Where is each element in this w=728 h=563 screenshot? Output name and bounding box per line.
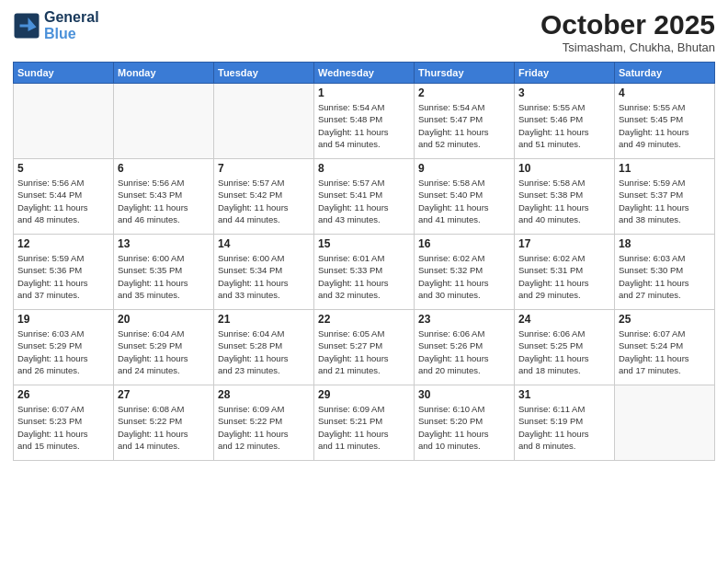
day-cell: 7Sunrise: 5:57 AMSunset: 5:42 PMDaylight… <box>214 159 314 235</box>
day-info-line: and 33 minutes. <box>218 289 310 301</box>
day-info-line: and 26 minutes. <box>17 364 109 376</box>
day-info-line: Sunrise: 5:57 AM <box>318 177 410 189</box>
day-info-line: Sunset: 5:24 PM <box>619 339 711 351</box>
day-info-line: Daylight: 11 hours <box>17 352 109 364</box>
day-info-line: Daylight: 11 hours <box>17 201 109 213</box>
day-info-line: Sunrise: 6:01 AM <box>318 252 410 264</box>
day-cell: 26Sunrise: 6:07 AMSunset: 5:23 PMDayligh… <box>14 385 114 461</box>
day-info: Sunrise: 6:01 AMSunset: 5:33 PMDaylight:… <box>318 252 410 301</box>
day-info: Sunrise: 5:59 AMSunset: 5:37 PMDaylight:… <box>619 177 711 225</box>
day-info-line: Daylight: 11 hours <box>518 126 610 138</box>
day-info-line: Daylight: 11 hours <box>318 277 410 289</box>
day-info-line: Sunrise: 6:06 AM <box>518 327 610 339</box>
day-info-line: Sunrise: 6:07 AM <box>17 403 109 415</box>
day-info-line: Sunset: 5:41 PM <box>318 189 410 201</box>
day-info-line: Sunset: 5:21 PM <box>318 415 410 427</box>
page: General Blue October 2025 Tsimasham, Chu… <box>0 0 728 563</box>
day-info-line: Sunrise: 5:56 AM <box>17 177 109 189</box>
day-cell: 25Sunrise: 6:07 AMSunset: 5:24 PMDayligh… <box>615 310 715 385</box>
day-info-line: Daylight: 11 hours <box>17 277 109 289</box>
day-cell <box>214 84 314 159</box>
day-cell: 4Sunrise: 5:55 AMSunset: 5:45 PMDaylight… <box>615 84 715 159</box>
day-info-line: Sunset: 5:43 PM <box>118 189 210 201</box>
day-info-line: Sunrise: 6:10 AM <box>418 403 510 415</box>
day-number: 10 <box>518 162 610 175</box>
day-number: 24 <box>518 313 610 326</box>
day-info-line: Sunset: 5:40 PM <box>418 189 510 201</box>
day-info: Sunrise: 6:06 AMSunset: 5:25 PMDaylight:… <box>518 327 610 376</box>
day-info-line: Sunrise: 6:08 AM <box>118 403 210 415</box>
day-number: 17 <box>518 237 610 250</box>
day-number: 13 <box>118 237 210 250</box>
day-info-line: Sunset: 5:20 PM <box>418 415 510 427</box>
day-cell: 31Sunrise: 6:11 AMSunset: 5:19 PMDayligh… <box>515 385 615 461</box>
day-info-line: Sunset: 5:30 PM <box>619 264 711 276</box>
day-header-friday: Friday <box>515 63 615 84</box>
day-cell: 8Sunrise: 5:57 AMSunset: 5:41 PMDaylight… <box>314 159 415 235</box>
day-info-line: Sunset: 5:44 PM <box>17 189 109 201</box>
day-info: Sunrise: 6:10 AMSunset: 5:20 PMDaylight:… <box>418 403 510 452</box>
day-info-line: Sunrise: 5:54 AM <box>318 101 410 113</box>
day-info: Sunrise: 5:56 AMSunset: 5:44 PMDaylight:… <box>17 177 109 225</box>
title-section: October 2025 Tsimasham, Chukha, Bhutan <box>540 9 715 54</box>
day-header-tuesday: Tuesday <box>214 63 314 84</box>
day-info: Sunrise: 5:57 AMSunset: 5:42 PMDaylight:… <box>218 177 310 225</box>
day-info-line: Daylight: 11 hours <box>518 428 610 440</box>
day-info-line: Sunset: 5:46 PM <box>518 113 610 125</box>
day-number: 30 <box>418 388 510 401</box>
day-info-line: Sunrise: 5:59 AM <box>17 252 109 264</box>
day-info-line: Sunset: 5:36 PM <box>17 264 109 276</box>
day-cell: 22Sunrise: 6:05 AMSunset: 5:27 PMDayligh… <box>314 310 415 385</box>
day-info-line: and 10 minutes. <box>418 440 510 452</box>
day-info-line: Sunrise: 6:00 AM <box>118 252 210 264</box>
day-info-line: Daylight: 11 hours <box>619 352 711 364</box>
day-info-line: Daylight: 11 hours <box>518 277 610 289</box>
week-row-3: 12Sunrise: 5:59 AMSunset: 5:36 PMDayligh… <box>14 235 715 310</box>
day-number: 29 <box>318 388 410 401</box>
week-row-5: 26Sunrise: 6:07 AMSunset: 5:23 PMDayligh… <box>14 385 715 461</box>
day-info: Sunrise: 6:07 AMSunset: 5:23 PMDaylight:… <box>17 403 109 452</box>
day-cell: 13Sunrise: 6:00 AMSunset: 5:35 PMDayligh… <box>114 235 214 310</box>
day-info: Sunrise: 6:08 AMSunset: 5:22 PMDaylight:… <box>118 403 210 452</box>
day-info: Sunrise: 6:03 AMSunset: 5:30 PMDaylight:… <box>619 252 711 301</box>
day-info-line: Sunset: 5:31 PM <box>518 264 610 276</box>
day-cell: 21Sunrise: 6:04 AMSunset: 5:28 PMDayligh… <box>214 310 314 385</box>
day-number: 25 <box>619 313 711 326</box>
day-info-line: Sunset: 5:22 PM <box>118 415 210 427</box>
day-info-line: Sunrise: 5:58 AM <box>518 177 610 189</box>
day-info-line: Sunrise: 6:07 AM <box>619 327 711 339</box>
logo-text: General Blue <box>44 9 99 41</box>
calendar: SundayMondayTuesdayWednesdayThursdayFrid… <box>13 62 715 461</box>
day-info-line: Sunset: 5:19 PM <box>518 415 610 427</box>
day-info-line: and 14 minutes. <box>118 440 210 452</box>
day-info: Sunrise: 5:57 AMSunset: 5:41 PMDaylight:… <box>318 177 410 225</box>
day-number: 28 <box>218 388 310 401</box>
day-info: Sunrise: 5:56 AMSunset: 5:43 PMDaylight:… <box>118 177 210 225</box>
day-info-line: and 44 minutes. <box>218 213 310 225</box>
day-info: Sunrise: 6:00 AMSunset: 5:34 PMDaylight:… <box>218 252 310 301</box>
day-number: 21 <box>218 313 310 326</box>
day-info: Sunrise: 6:11 AMSunset: 5:19 PMDaylight:… <box>518 403 610 452</box>
day-info-line: Sunset: 5:29 PM <box>118 339 210 351</box>
day-number: 16 <box>418 237 510 250</box>
day-number: 5 <box>17 162 109 175</box>
day-info-line: and 37 minutes. <box>17 289 109 301</box>
day-info-line: Sunset: 5:34 PM <box>218 264 310 276</box>
day-info-line: and 48 minutes. <box>17 213 109 225</box>
day-number: 4 <box>619 86 711 99</box>
week-row-2: 5Sunrise: 5:56 AMSunset: 5:44 PMDaylight… <box>14 159 715 235</box>
day-info-line: Sunrise: 6:00 AM <box>218 252 310 264</box>
day-number: 23 <box>418 313 510 326</box>
day-cell: 19Sunrise: 6:03 AMSunset: 5:29 PMDayligh… <box>14 310 114 385</box>
day-info: Sunrise: 5:54 AMSunset: 5:47 PMDaylight:… <box>418 101 510 150</box>
day-cell: 23Sunrise: 6:06 AMSunset: 5:26 PMDayligh… <box>415 310 515 385</box>
day-info-line: Sunset: 5:32 PM <box>418 264 510 276</box>
day-number: 1 <box>318 86 410 99</box>
week-row-4: 19Sunrise: 6:03 AMSunset: 5:29 PMDayligh… <box>14 310 715 385</box>
day-info: Sunrise: 6:09 AMSunset: 5:22 PMDaylight:… <box>218 403 310 452</box>
day-info: Sunrise: 6:04 AMSunset: 5:29 PMDaylight:… <box>118 327 210 376</box>
day-info-line: Daylight: 11 hours <box>318 428 410 440</box>
day-info-line: Daylight: 11 hours <box>518 352 610 364</box>
day-info: Sunrise: 5:54 AMSunset: 5:48 PMDaylight:… <box>318 101 410 150</box>
day-info-line: Sunset: 5:26 PM <box>418 339 510 351</box>
